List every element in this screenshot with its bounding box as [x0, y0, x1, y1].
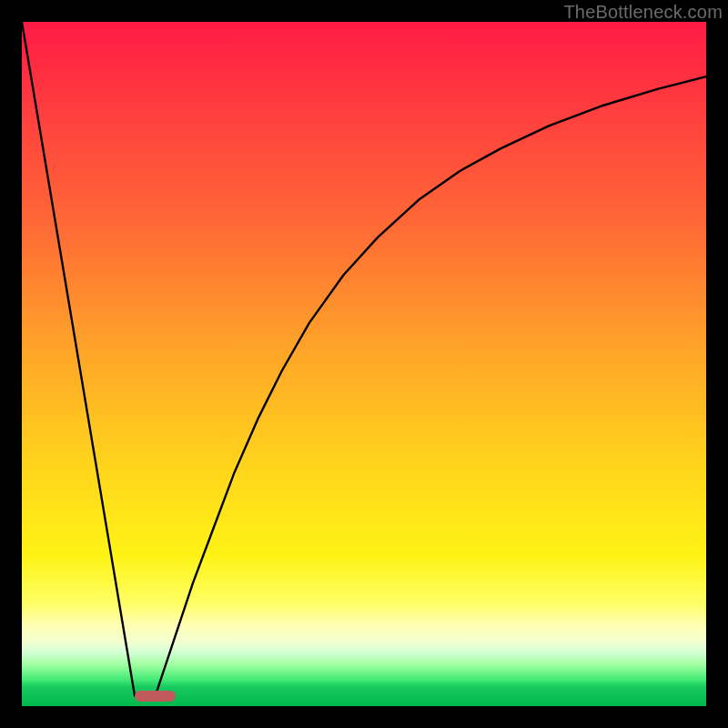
- curve-layer: [22, 22, 706, 706]
- optimal-marker: [135, 691, 176, 702]
- watermark-text: TheBottleneck.com: [563, 2, 723, 23]
- series-right-curve: [156, 76, 706, 696]
- plot-area: [22, 22, 706, 706]
- series-left-descent: [22, 22, 135, 696]
- chart-frame: TheBottleneck.com: [0, 0, 728, 728]
